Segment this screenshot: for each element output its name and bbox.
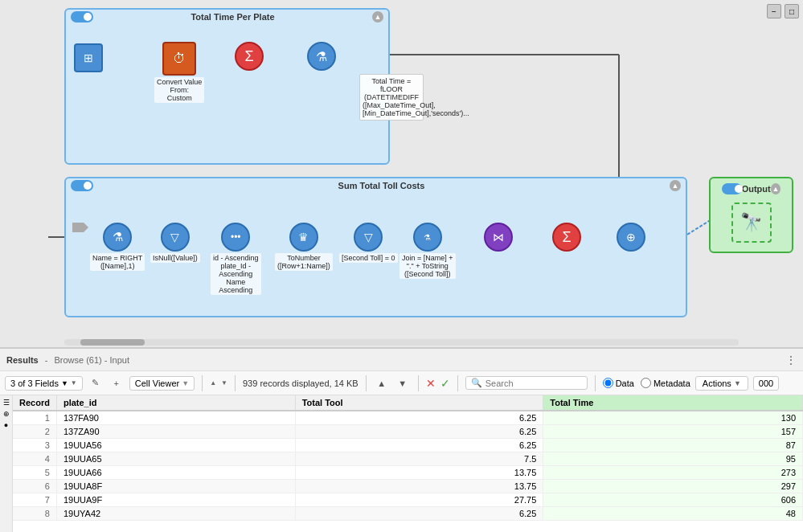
table-row[interactable]: 5 19UUA66 13.75 273 <box>13 466 803 480</box>
cell-plate-id: 137ZA90 <box>56 425 295 439</box>
table-body: 1 137FA90 6.25 130 2 137ZA90 6.25 157 3 … <box>13 411 803 521</box>
cell-record: 5 <box>13 466 56 480</box>
cell-total-tool: 6.25 <box>295 411 543 425</box>
cell-viewer-btn[interactable]: Cell Viewer ▼ <box>129 376 195 391</box>
metadata-radio[interactable]: Metadata <box>641 378 690 388</box>
actions-label: Actions <box>703 379 731 388</box>
cell-total-tool: 6.25 <box>295 507 543 521</box>
minimize-btn[interactable]: − <box>767 4 781 18</box>
gutter-icon-1[interactable]: ☰ <box>3 399 10 407</box>
cell-total-time: 606 <box>543 493 803 507</box>
wf2-sort1[interactable]: ••• id - Ascendingplate_Id -AscendingNam… <box>211 223 261 295</box>
sum-icon: Σ <box>235 42 264 71</box>
wf2-join1[interactable]: ⚗ Join = [Name] +"." + ToString([Second … <box>399 223 456 279</box>
lab1-icon: ⚗ <box>103 223 132 252</box>
scroll-up-btn[interactable]: ▲ <box>374 375 390 391</box>
wf2-join2[interactable]: ⊕ <box>617 223 645 252</box>
panel-options-btn[interactable]: ⋮ <box>785 354 797 366</box>
join1-label: Join = [Name] +"." + ToString([Second To… <box>399 253 456 279</box>
output-collapse[interactable]: ▲ <box>771 183 780 194</box>
join2-icon: ⊕ <box>617 223 645 252</box>
add-icon[interactable]: + <box>109 375 125 391</box>
sort-up-btn[interactable]: ▲ <box>210 380 216 387</box>
wf2-lab2[interactable]: ▽ [Second Toll] = 0 <box>339 223 398 263</box>
workflow1-lab-tool[interactable]: ⚗ <box>307 42 336 71</box>
field-selector-btn[interactable]: 3 of 3 Fields ▼ <box>5 376 83 391</box>
gutter-icon-3[interactable]: ● <box>4 421 8 429</box>
edit-icon[interactable]: ✎ <box>88 375 104 391</box>
sep6 <box>595 375 596 391</box>
sep2 <box>235 375 236 391</box>
sort-up-icon[interactable]: ▲ <box>210 380 216 387</box>
workflow2-title: Sum Total Toll Costs <box>338 181 425 190</box>
table-row[interactable]: 2 137ZA90 6.25 157 <box>13 425 803 439</box>
actions-btn[interactable]: Actions ▼ <box>695 376 748 391</box>
sort-down-btn[interactable]: ▼ <box>221 380 227 387</box>
table-row[interactable]: 4 19UUA65 7.5 95 <box>13 452 803 466</box>
table-row[interactable]: 3 19UUA56 6.25 87 <box>13 439 803 452</box>
col-record: Record <box>13 395 56 411</box>
wf2-filter1[interactable]: ▽ IsNull([Value]) <box>150 223 200 263</box>
wf2-lab1[interactable]: ⚗ Name = RIGHT([Name],1) <box>90 223 145 271</box>
results-title: Results <box>6 355 39 365</box>
results-header: Results - Browse (61) - Input ⋮ <box>0 349 803 371</box>
maximize-btn[interactable]: □ <box>785 4 799 18</box>
canvas-scrollbar[interactable] <box>64 339 739 346</box>
sep5 <box>457 375 458 391</box>
col-plate-id: plate_id <box>56 395 295 411</box>
wf2-rank1[interactable]: ♛ ToNumber([Row+1:Name]) <box>275 223 333 271</box>
record-count: 939 records displayed, 14 KB <box>243 379 358 388</box>
rank1-label: ToNumber([Row+1:Name]) <box>275 253 333 271</box>
table-row[interactable]: 7 19UUA9F 27.75 606 <box>13 493 803 507</box>
workflow2-collapse[interactable]: ▲ <box>670 180 681 191</box>
workflow1-convert-tool[interactable]: ⏱ Convert ValueFrom:Custom <box>154 42 204 103</box>
results-subtitle: Browse (61) - Input <box>54 355 129 365</box>
sum1-icon: Σ <box>552 223 581 252</box>
cell-record: 7 <box>13 493 56 507</box>
table-row[interactable]: 8 19UYA42 6.25 48 <box>13 507 803 521</box>
cell-total-tool: 7.5 <box>295 452 543 466</box>
data-label: Data <box>616 379 634 388</box>
results-toolbar: 3 of 3 Fields ▼ ✎ + Cell Viewer ▼ ▲ ▼ 93… <box>0 371 803 395</box>
filter1-icon: ▽ <box>161 223 190 252</box>
workflow1-input-tool[interactable]: ⊞ <box>74 43 103 72</box>
cell-total-time: 48 <box>543 507 803 521</box>
confirm-btn[interactable]: ✓ <box>440 378 450 389</box>
wf2-sum1[interactable]: Σ <box>552 223 581 252</box>
sort-down-icon[interactable]: ▼ <box>221 380 227 387</box>
scroll-down-btn[interactable]: ▼ <box>395 375 411 391</box>
workflow1-formula-tool[interactable]: Σ <box>235 42 264 71</box>
search-box[interactable]: 🔍 <box>465 376 588 390</box>
workflow2-toggle[interactable] <box>71 180 93 191</box>
sort1-label: id - Ascendingplate_Id -AscendingNameAsc… <box>211 253 261 295</box>
output-box[interactable]: Output ▲ 🔭 <box>709 177 793 253</box>
table-row[interactable]: 6 19UUA8F 13.75 297 <box>13 480 803 493</box>
cell-total-time: 273 <box>543 466 803 480</box>
cell-plate-id: 19UUA56 <box>56 439 295 452</box>
table-row[interactable]: 1 137FA90 6.25 130 <box>13 411 803 425</box>
cancel-btn[interactable]: ✕ <box>426 378 436 389</box>
workflow1-toggle[interactable] <box>71 11 93 23</box>
more-options-btn[interactable]: 000 <box>753 376 779 391</box>
workflow1-collapse[interactable]: ▲ <box>372 11 383 23</box>
data-radio[interactable]: Data <box>603 378 634 388</box>
cell-total-time: 157 <box>543 425 803 439</box>
col-total-tool: Total Tool <box>295 395 543 411</box>
gutter-icon-2[interactable]: ⊕ <box>3 410 10 418</box>
wf2-cluster1[interactable]: ⋈ <box>484 223 513 252</box>
cell-total-time: 130 <box>543 411 803 425</box>
scroll-thumb[interactable] <box>80 339 145 346</box>
cluster1-icon: ⋈ <box>484 223 513 252</box>
cell-total-tool: 13.75 <box>295 480 543 493</box>
output-header: Output ▲ <box>717 182 785 196</box>
results-table-wrap[interactable]: Record plate_id Total Tool Total Time 1 … <box>13 395 803 532</box>
canvas-controls[interactable]: − □ <box>767 4 799 18</box>
results-table: Record plate_id Total Tool Total Time 1 … <box>13 395 803 521</box>
filter1-label: IsNull([Value]) <box>150 253 200 263</box>
field-count-label: 3 of 3 Fields <box>10 379 59 388</box>
formula-label-box: Total Time = fLOOR (DATETIMEDIFF ([Max_D… <box>359 74 424 121</box>
metadata-label: Metadata <box>653 379 690 388</box>
output-toggle[interactable] <box>722 183 742 194</box>
cell-total-time: 95 <box>543 452 803 466</box>
search-input[interactable] <box>485 379 582 388</box>
